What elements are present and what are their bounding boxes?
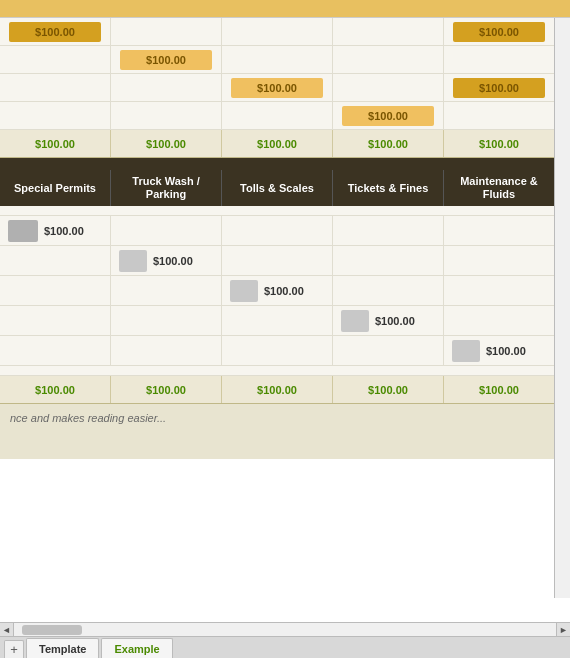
cell [333, 46, 444, 73]
cell [222, 306, 333, 335]
cell [111, 74, 222, 101]
cell [111, 102, 222, 129]
scroll-right-arrow[interactable]: ► [556, 623, 570, 637]
data-row: $100.00 [0, 246, 554, 276]
horizontal-scrollbar[interactable]: ◄ ► [0, 622, 570, 636]
bar-light-orange: $100.00 [231, 78, 323, 98]
cell [0, 246, 111, 275]
cell [333, 276, 444, 305]
cell [222, 46, 333, 73]
cell [111, 216, 222, 245]
cell [0, 336, 111, 365]
cell: $100.00 [222, 276, 333, 305]
data-row: $100.00 [0, 336, 554, 366]
data-row: $100.00 [0, 216, 554, 246]
bar-light-orange: $100.00 [342, 106, 434, 126]
cell: $100.00 [333, 130, 444, 157]
bar-orange: $100.00 [9, 22, 101, 42]
hscroll-thumb[interactable] [22, 625, 82, 635]
cell: $100.00 [111, 130, 222, 157]
cell [222, 102, 333, 129]
total-value: $100.00 [146, 138, 186, 150]
bar-light-gray [341, 310, 369, 332]
cell [333, 246, 444, 275]
cell [222, 336, 333, 365]
cell: $100.00 [444, 74, 554, 101]
data-row: $100.00 $100.00 [0, 18, 554, 46]
cell [222, 216, 333, 245]
cell [0, 102, 111, 129]
cell [333, 74, 444, 101]
cell: $100.00 [333, 376, 444, 403]
cell: $100.00 [111, 246, 222, 275]
cell [0, 46, 111, 73]
bar-light-orange: $100.00 [120, 50, 212, 70]
top-bar [0, 0, 570, 18]
cell [0, 306, 111, 335]
header-label: Maintenance & Fluids [446, 175, 552, 201]
total-value: $100.00 [35, 138, 75, 150]
cell: $100.00 [0, 18, 111, 45]
total-value: $100.00 [257, 384, 297, 396]
tab-example[interactable]: Example [101, 638, 172, 658]
header-truck-wash: Truck Wash / Parking [111, 170, 222, 206]
cell [222, 18, 333, 45]
header-label: Special Permits [14, 182, 96, 195]
header-tolls-scales: Tolls & Scales [222, 170, 333, 206]
total-value: $100.00 [368, 138, 408, 150]
total-value: $100.00 [257, 138, 297, 150]
cell: $100.00 [0, 130, 111, 157]
bar-orange: $100.00 [453, 22, 545, 42]
cell: $100.00 [333, 102, 444, 129]
header-label: Tickets & Fines [348, 182, 429, 195]
vertical-scrollbar[interactable] [554, 18, 570, 598]
total-value: $100.00 [479, 384, 519, 396]
cell: $100.00 [222, 376, 333, 403]
cell [111, 276, 222, 305]
add-sheet-button[interactable]: + [4, 640, 24, 658]
header-maintenance: Maintenance & Fluids [444, 170, 554, 206]
cell: $100.00 [444, 336, 554, 365]
cell: $100.00 [222, 74, 333, 101]
cell [444, 246, 554, 275]
cell: $100.00 [222, 130, 333, 157]
cell [111, 18, 222, 45]
total-value: $100.00 [479, 138, 519, 150]
cell [111, 306, 222, 335]
data-row: $100.00 [0, 276, 554, 306]
cell [0, 276, 111, 305]
cell: $100.00 [444, 18, 554, 45]
cell [444, 216, 554, 245]
bar-orange: $100.00 [453, 78, 545, 98]
header-special-permits: Special Permits [0, 170, 111, 206]
cell: $100.00 [333, 306, 444, 335]
total-value: $100.00 [368, 384, 408, 396]
tab-template[interactable]: Template [26, 638, 99, 658]
cell: $100.00 [0, 376, 111, 403]
spreadsheet-area: $100.00 $100.00 $100.00 $100.00 [0, 18, 570, 613]
dark-separator [0, 158, 554, 170]
cell: $100.00 [444, 376, 554, 403]
cell [111, 336, 222, 365]
totals-row-bottom: $100.00 $100.00 $100.00 $100.00 $100.00 [0, 376, 554, 404]
bar-gray [8, 220, 38, 242]
bar-light-gray [230, 280, 258, 302]
cell [444, 102, 554, 129]
cell: $100.00 [111, 376, 222, 403]
tab-example-label: Example [114, 643, 159, 655]
cell [444, 276, 554, 305]
bar-light-gray [119, 250, 147, 272]
cell [222, 246, 333, 275]
total-value: $100.00 [35, 384, 75, 396]
bar-light-gray [452, 340, 480, 362]
scroll-left-arrow[interactable]: ◄ [0, 623, 14, 637]
data-row: $100.00 $100.00 [0, 74, 554, 102]
cell [333, 336, 444, 365]
spacer-row [0, 206, 554, 216]
header-label: Truck Wash / Parking [113, 175, 219, 201]
note-area: nce and makes reading easier... [0, 404, 554, 459]
cell [444, 306, 554, 335]
cell: $100.00 [0, 216, 111, 245]
total-value: $100.00 [146, 384, 186, 396]
cell [0, 74, 111, 101]
